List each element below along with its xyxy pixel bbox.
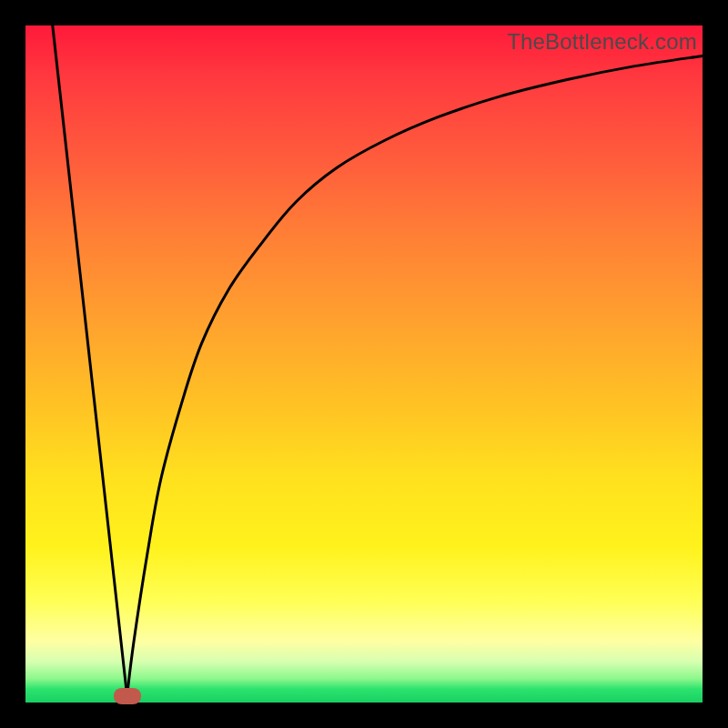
left-branch-path [53, 25, 127, 696]
curve-svg [25, 25, 703, 703]
plot-area: TheBottleneck.com [25, 25, 703, 703]
bottleneck-marker [114, 688, 141, 704]
chart-frame: TheBottleneck.com [0, 0, 728, 728]
right-branch-path [127, 56, 703, 695]
